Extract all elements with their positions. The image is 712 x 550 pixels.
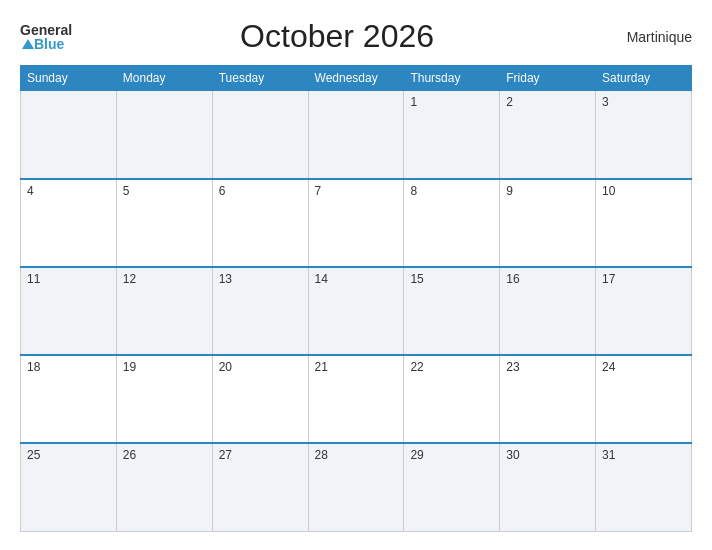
calendar-week-row: 25262728293031 [21, 443, 692, 531]
calendar-day-cell: 30 [500, 443, 596, 531]
day-number: 16 [506, 272, 519, 286]
calendar-day-cell: 7 [308, 179, 404, 267]
day-number: 10 [602, 184, 615, 198]
day-number: 4 [27, 184, 34, 198]
calendar-day-cell: 2 [500, 91, 596, 179]
calendar-day-cell: 6 [212, 179, 308, 267]
header-monday: Monday [116, 66, 212, 91]
day-number: 27 [219, 448, 232, 462]
day-number: 1 [410, 95, 417, 109]
logo: General Blue [20, 23, 72, 51]
header-wednesday: Wednesday [308, 66, 404, 91]
day-number: 28 [315, 448, 328, 462]
day-number: 21 [315, 360, 328, 374]
calendar-day-cell [21, 91, 117, 179]
day-number: 26 [123, 448, 136, 462]
logo-general-text: General [20, 23, 72, 37]
calendar-day-cell: 29 [404, 443, 500, 531]
day-number: 5 [123, 184, 130, 198]
calendar-day-cell: 18 [21, 355, 117, 443]
calendar-week-row: 18192021222324 [21, 355, 692, 443]
calendar-title: October 2026 [72, 18, 602, 55]
calendar-day-cell: 26 [116, 443, 212, 531]
calendar-day-cell: 14 [308, 267, 404, 355]
day-number: 11 [27, 272, 40, 286]
day-number: 8 [410, 184, 417, 198]
calendar-day-cell: 15 [404, 267, 500, 355]
day-number: 9 [506, 184, 513, 198]
header-sunday: Sunday [21, 66, 117, 91]
calendar-day-cell: 23 [500, 355, 596, 443]
logo-triangle-icon [22, 39, 34, 49]
day-number: 3 [602, 95, 609, 109]
calendar-day-cell: 19 [116, 355, 212, 443]
calendar-day-cell: 17 [596, 267, 692, 355]
day-number: 29 [410, 448, 423, 462]
header-thursday: Thursday [404, 66, 500, 91]
calendar-day-cell: 16 [500, 267, 596, 355]
day-number: 25 [27, 448, 40, 462]
calendar-day-cell: 28 [308, 443, 404, 531]
calendar-day-cell: 25 [21, 443, 117, 531]
calendar-day-cell: 5 [116, 179, 212, 267]
logo-blue-text: Blue [34, 37, 64, 51]
weekday-header-row: Sunday Monday Tuesday Wednesday Thursday… [21, 66, 692, 91]
calendar-day-cell: 10 [596, 179, 692, 267]
day-number: 12 [123, 272, 136, 286]
calendar-day-cell: 20 [212, 355, 308, 443]
day-number: 23 [506, 360, 519, 374]
day-number: 20 [219, 360, 232, 374]
day-number: 19 [123, 360, 136, 374]
location-label: Martinique [602, 29, 692, 45]
header: General Blue October 2026 Martinique [20, 18, 692, 55]
calendar-day-cell: 13 [212, 267, 308, 355]
calendar-week-row: 123 [21, 91, 692, 179]
calendar-day-cell: 12 [116, 267, 212, 355]
calendar-day-cell: 21 [308, 355, 404, 443]
header-tuesday: Tuesday [212, 66, 308, 91]
calendar-day-cell: 27 [212, 443, 308, 531]
calendar-day-cell [212, 91, 308, 179]
calendar-day-cell: 8 [404, 179, 500, 267]
day-number: 22 [410, 360, 423, 374]
header-saturday: Saturday [596, 66, 692, 91]
calendar-day-cell: 4 [21, 179, 117, 267]
day-number: 18 [27, 360, 40, 374]
calendar-table: Sunday Monday Tuesday Wednesday Thursday… [20, 65, 692, 532]
day-number: 31 [602, 448, 615, 462]
calendar-day-cell: 24 [596, 355, 692, 443]
day-number: 14 [315, 272, 328, 286]
calendar-page: General Blue October 2026 Martinique Sun… [0, 0, 712, 550]
calendar-day-cell: 22 [404, 355, 500, 443]
calendar-day-cell: 9 [500, 179, 596, 267]
calendar-day-cell: 1 [404, 91, 500, 179]
day-number: 6 [219, 184, 226, 198]
day-number: 17 [602, 272, 615, 286]
day-number: 30 [506, 448, 519, 462]
calendar-day-cell: 31 [596, 443, 692, 531]
day-number: 15 [410, 272, 423, 286]
calendar-day-cell: 3 [596, 91, 692, 179]
calendar-day-cell [116, 91, 212, 179]
calendar-day-cell: 11 [21, 267, 117, 355]
day-number: 2 [506, 95, 513, 109]
calendar-week-row: 45678910 [21, 179, 692, 267]
calendar-week-row: 11121314151617 [21, 267, 692, 355]
day-number: 7 [315, 184, 322, 198]
day-number: 24 [602, 360, 615, 374]
calendar-day-cell [308, 91, 404, 179]
header-friday: Friday [500, 66, 596, 91]
day-number: 13 [219, 272, 232, 286]
